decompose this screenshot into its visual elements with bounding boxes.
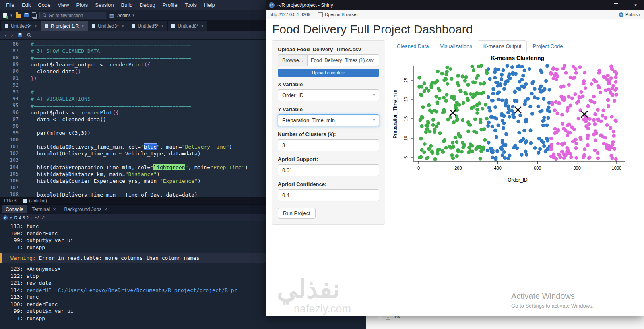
line-number: 97 bbox=[0, 116, 19, 123]
line-number: 104 bbox=[0, 164, 19, 171]
line-number: 98 bbox=[0, 123, 19, 130]
addins-button[interactable]: Addins ▾ bbox=[117, 13, 134, 18]
tab-k-means-output[interactable]: K-means Output bbox=[478, 40, 527, 52]
menu-build[interactable]: Build bbox=[118, 0, 136, 10]
addins-label: Addins bbox=[117, 13, 131, 18]
menu-edit[interactable]: Edit bbox=[18, 0, 34, 10]
shiny-titlebar[interactable]: R ~/R project/project - Shiny × bbox=[266, 0, 644, 10]
line-number: 103 bbox=[0, 157, 19, 164]
close-icon[interactable]: × bbox=[81, 23, 84, 29]
forward-icon[interactable]: › bbox=[11, 33, 13, 38]
goto-file-placeholder: Go to file/function bbox=[49, 13, 83, 18]
clusters-input[interactable]: 3 bbox=[278, 139, 379, 151]
close-icon[interactable]: × bbox=[104, 207, 107, 212]
goto-file-input[interactable]: Go to file/function bbox=[39, 12, 106, 19]
tab-label: R project 1.R bbox=[51, 23, 79, 29]
new-file-icon[interactable] bbox=[3, 13, 7, 18]
close-icon[interactable]: × bbox=[53, 207, 56, 212]
window-title: ~/R project/project - Shiny bbox=[277, 2, 585, 8]
svg-text:200: 200 bbox=[454, 166, 462, 170]
menu-tools[interactable]: Tools bbox=[181, 0, 200, 10]
main-panel: Cleaned DataVisualizationsK-means Output… bbox=[391, 40, 638, 225]
y-variable-select[interactable]: Preparation_Time_min ▼ bbox=[278, 114, 379, 126]
upload-label: Upload Food_Delivery_Times.csv bbox=[278, 46, 379, 52]
run-project-button[interactable]: Run Project bbox=[278, 208, 316, 219]
browser-icon bbox=[318, 12, 323, 17]
line-number: 94 bbox=[0, 95, 19, 102]
line-number: 93 bbox=[0, 89, 19, 95]
editor-tab[interactable]: R project 1.R× bbox=[41, 21, 88, 31]
x-variable-select[interactable]: Order_ID ▼ bbox=[278, 89, 379, 101]
r-version-label: R 4.5.2 bbox=[14, 215, 29, 220]
close-button[interactable]: × bbox=[627, 0, 644, 10]
console-tab-background-jobs[interactable]: Background Jobs× bbox=[60, 205, 111, 213]
popout-icon[interactable]: ↗ bbox=[41, 215, 45, 220]
menu-file[interactable]: File bbox=[2, 0, 18, 10]
support-input[interactable]: 0.01 bbox=[278, 164, 379, 176]
separator-dot: · bbox=[31, 215, 33, 220]
line-number: 92 bbox=[0, 82, 19, 89]
svg-text:K-means Clustering: K-means Clustering bbox=[491, 55, 544, 61]
y-variable-label: Y Variable bbox=[278, 106, 379, 112]
confidence-input[interactable]: 0.4 bbox=[278, 189, 379, 201]
console-tab-terminal[interactable]: Terminal× bbox=[28, 205, 59, 213]
svg-text:Order_ID: Order_ID bbox=[508, 177, 528, 183]
menu-session[interactable]: Session bbox=[91, 0, 117, 10]
sidebar-panel: Upload Food_Delivery_Times.csv Browse...… bbox=[272, 40, 385, 225]
activate-title: Activate Windows bbox=[511, 292, 594, 301]
open-folder-icon[interactable] bbox=[16, 14, 21, 18]
close-icon[interactable]: × bbox=[161, 23, 164, 29]
file-input: Browse... Food_Delivery_Times (1).csv bbox=[278, 54, 379, 66]
file-icon bbox=[92, 24, 95, 28]
tab-project-code[interactable]: Project Code bbox=[527, 40, 568, 52]
tab-visualizations[interactable]: Visualizations bbox=[435, 40, 478, 52]
divider bbox=[314, 12, 314, 17]
menu-view[interactable]: View bbox=[54, 0, 72, 10]
tab-cleaned-data[interactable]: Cleaned Data bbox=[391, 40, 435, 52]
find-icon[interactable] bbox=[27, 33, 31, 37]
save-icon[interactable] bbox=[18, 33, 22, 37]
line-number: 100 bbox=[0, 137, 19, 143]
editor-tab[interactable]: Untitled8*× bbox=[168, 21, 207, 31]
publish-button[interactable]: Publish bbox=[619, 12, 640, 17]
editor-tab[interactable]: Untitled5*× bbox=[128, 21, 167, 31]
line-number: 106 bbox=[0, 178, 19, 184]
watermark: نفذلي nafezly.com bbox=[277, 276, 351, 315]
line-number: 88 bbox=[0, 54, 19, 61]
back-icon[interactable]: ‹ bbox=[5, 33, 6, 38]
r-app-icon: R bbox=[269, 2, 275, 8]
browse-button[interactable]: Browse... bbox=[278, 54, 308, 66]
console-tab-console[interactable]: Console bbox=[2, 205, 27, 213]
shiny-content: Food Delivery Full Project Dashboard Upl… bbox=[266, 19, 644, 316]
document-chip[interactable]: (Untitled) bbox=[23, 198, 47, 203]
x-variable-value: Order_ID bbox=[282, 92, 303, 98]
svg-text:20: 20 bbox=[403, 97, 408, 102]
editor-tab[interactable]: Untitled9*× bbox=[1, 21, 41, 31]
svg-text:1000: 1000 bbox=[612, 166, 621, 170]
chevron-down-icon[interactable]: ▾ bbox=[10, 216, 12, 220]
close-icon[interactable]: × bbox=[201, 23, 204, 29]
copy-icon[interactable] bbox=[32, 12, 36, 18]
kmeans-plot: K-means ClusteringOrder_IDPreparation_Ti… bbox=[391, 54, 633, 186]
editor-tab[interactable]: Untitled3*× bbox=[88, 21, 128, 31]
chevron-down-icon[interactable]: ▾ bbox=[10, 13, 12, 17]
minimize-button[interactable] bbox=[588, 0, 605, 10]
cursor-position: 116:3 bbox=[3, 198, 17, 203]
svg-text:15: 15 bbox=[403, 116, 408, 121]
line-number: 105 bbox=[0, 171, 19, 178]
open-in-browser-button[interactable]: Open in Browser bbox=[318, 12, 358, 17]
menu-profile[interactable]: Profile bbox=[159, 0, 181, 10]
maximize-button[interactable] bbox=[607, 0, 624, 10]
close-icon[interactable]: × bbox=[121, 23, 124, 29]
menu-code[interactable]: Code bbox=[34, 0, 54, 10]
save-icon[interactable] bbox=[24, 13, 29, 17]
menu-debug[interactable]: Debug bbox=[136, 0, 159, 10]
chevron-down-icon: ▼ bbox=[372, 90, 376, 101]
menu-help[interactable]: Help bbox=[200, 0, 219, 10]
svg-text:800: 800 bbox=[573, 166, 580, 170]
line-number: 99 bbox=[0, 130, 19, 137]
menu-plots[interactable]: Plots bbox=[72, 0, 91, 10]
close-icon[interactable]: × bbox=[34, 23, 37, 29]
line-number: 90 bbox=[0, 68, 19, 75]
shiny-window: R ~/R project/project - Shiny × http://1… bbox=[266, 0, 644, 316]
